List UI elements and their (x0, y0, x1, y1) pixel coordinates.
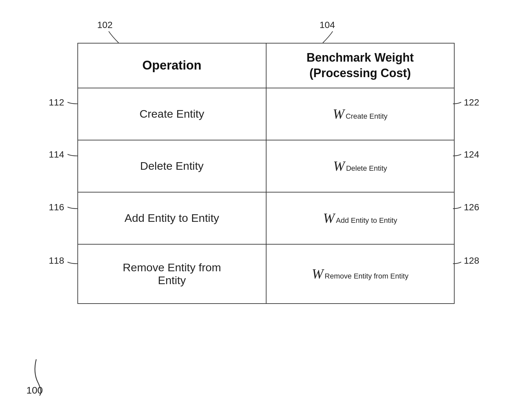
ref-104: 104 (320, 20, 335, 30)
weight-cell-4: W Remove Entity from Entity (266, 244, 455, 304)
ref-124: 124 (464, 149, 479, 160)
weight-W-4: W (312, 266, 323, 282)
weight-sub-2: Delete Entity (346, 164, 387, 173)
weight-W-3: W (323, 210, 335, 226)
table-row: Add Entity to Entity W Add Entity to Ent… (78, 192, 454, 244)
operation-cell-4: Remove Entity fromEntity (78, 244, 266, 304)
weight-sub-1: Create Entity (346, 112, 387, 121)
table-row: Create Entity W Create Entity (78, 88, 454, 140)
weight-cell-1: W Create Entity (266, 88, 455, 140)
weight-sub-4: Remove Entity from Entity (325, 272, 408, 281)
ref-112: 112 (49, 97, 64, 108)
col-operation-header: Operation (78, 43, 266, 88)
benchmark-table: Operation Benchmark Weight (Processing C… (77, 43, 455, 304)
operation-cell-3: Add Entity to Entity (78, 192, 266, 244)
weight-W-1: W (333, 106, 344, 122)
weight-cell-2: W Delete Entity (266, 140, 455, 192)
ref-116: 116 (49, 202, 64, 213)
ref-102: 102 (97, 20, 113, 30)
table-row: Delete Entity W Delete Entity (78, 140, 454, 192)
ref-128: 128 (464, 255, 479, 266)
ref-126: 126 (464, 202, 479, 213)
operation-cell-2: Delete Entity (78, 140, 266, 192)
ref-118: 118 (49, 255, 64, 266)
table-row: Remove Entity fromEntity W Remove Entity… (78, 244, 454, 304)
col-weight-header: Benchmark Weight (Processing Cost) (266, 43, 455, 88)
figure-number: 100 (26, 385, 43, 396)
operation-cell-1: Create Entity (78, 88, 266, 140)
main-table-container: Operation Benchmark Weight (Processing C… (77, 43, 455, 304)
table-header-row: Operation Benchmark Weight (Processing C… (78, 43, 454, 88)
weight-cell-3: W Add Entity to Entity (266, 192, 455, 244)
ref-122: 122 (464, 97, 479, 108)
weight-W-2: W (333, 158, 345, 174)
ref-114: 114 (49, 149, 64, 160)
weight-sub-3: Add Entity to Entity (336, 216, 397, 225)
